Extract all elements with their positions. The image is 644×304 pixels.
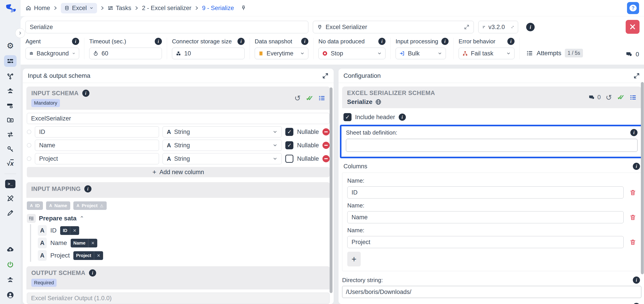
info-icon[interactable]: i (378, 38, 386, 45)
error-behavior-select[interactable]: Fail task (459, 48, 514, 59)
source-field-chip[interactable]: A ID (27, 202, 43, 210)
directory-string-input[interactable]: /Users/boris/Downloads/ (342, 286, 641, 298)
info-icon[interactable]: i (238, 38, 245, 45)
column-value-input[interactable]: ID (347, 186, 624, 198)
sidebar-item-profile[interactable] (4, 290, 16, 300)
remove-column-button[interactable] (322, 142, 330, 149)
pin-icon[interactable] (240, 5, 246, 11)
column-value-input[interactable]: Project (347, 236, 624, 248)
validate-icon[interactable]: ✓✓ (306, 95, 314, 102)
expand-panel-icon[interactable] (322, 72, 329, 79)
task-comments-button[interactable]: 0 (625, 51, 639, 59)
column-type-select[interactable]: A String (162, 126, 282, 138)
sidebar-item-power[interactable] (4, 260, 16, 270)
nullable-checkbox[interactable] (285, 155, 294, 163)
sidebar-item-deploy[interactable] (4, 244, 16, 254)
agent-select[interactable]: Background (26, 48, 79, 59)
remove-mapping-icon[interactable]: ✕ (70, 226, 79, 235)
sidebar-item-design-tools[interactable] (4, 194, 16, 204)
input-processing-select[interactable]: Bulk (396, 48, 446, 59)
sidebar-item-agents[interactable] (4, 86, 16, 96)
column-name-input[interactable]: ID (35, 126, 159, 138)
info-icon[interactable]: i (155, 38, 162, 45)
info-icon[interactable]: i (633, 163, 640, 170)
info-icon[interactable]: i (507, 38, 514, 45)
sheet-tab-definition-input[interactable] (346, 139, 638, 152)
include-header-option[interactable]: ✓ Include header i (344, 113, 640, 121)
left-panel-scrollbar[interactable] (330, 88, 332, 293)
source-field-chip[interactable]: A Name (46, 202, 70, 210)
breadcrumb-task-label[interactable]: 2 - Excel serializer (142, 5, 192, 12)
column-type-select[interactable]: A String (162, 153, 282, 164)
breadcrumb-tasks[interactable]: Tasks (108, 5, 131, 12)
row-drag-handle[interactable] (27, 156, 31, 161)
mapping-group[interactable]: Prepare sata ⌃ (27, 214, 330, 223)
row-drag-handle[interactable] (27, 143, 31, 148)
expand-panel-icon[interactable] (633, 72, 640, 79)
right-panel-scrollbar[interactable] (641, 82, 644, 274)
validate-icon[interactable]: ✓✓ (617, 94, 625, 101)
sidebar-item-tasks[interactable] (4, 55, 16, 67)
info-icon[interactable]: i (633, 276, 640, 284)
sidebar-item-settings[interactable]: ⚙ (4, 41, 16, 50)
breadcrumb-connector[interactable]: Excel (61, 3, 97, 14)
sidebar-item-functions[interactable]: √x (4, 159, 16, 168)
remove-column-button[interactable] (322, 155, 330, 162)
info-icon[interactable]: i (630, 129, 638, 136)
sidebar-item-connections[interactable] (4, 100, 16, 110)
add-new-column-button[interactable]: + Add new column (27, 167, 330, 177)
sidebar-item-transfers[interactable] (4, 130, 16, 140)
mapped-value-chip[interactable]: Name ✕ (71, 239, 97, 248)
column-value-input[interactable]: Name (347, 211, 624, 223)
undo-icon[interactable]: ↺ (606, 94, 612, 101)
sidebar-collapse-button[interactable] (15, 28, 25, 38)
timeout-input[interactable]: 60 (89, 48, 162, 59)
sidebar-item-terminal[interactable]: >_ (4, 179, 16, 189)
info-icon[interactable]: i (399, 114, 406, 121)
trash-icon[interactable] (630, 214, 636, 221)
mapped-value-chip[interactable]: ID ✕ (60, 226, 79, 235)
column-type-select[interactable]: A String (162, 140, 282, 151)
row-drag-handle[interactable] (27, 130, 31, 134)
help-button[interactable]: ? (627, 2, 639, 14)
collapse-caret-icon[interactable]: ⌃ (80, 215, 84, 222)
sidebar-item-edit[interactable] (4, 208, 16, 218)
attempts-button[interactable]: Attempts 1 / 5s (520, 47, 585, 59)
list-view-icon[interactable] (318, 95, 325, 102)
info-icon[interactable]: i (301, 38, 308, 45)
nullable-checkbox[interactable]: ✓ (285, 128, 294, 136)
sidebar-item-incognito[interactable] (4, 275, 16, 285)
trash-icon[interactable] (630, 189, 636, 196)
connector-select[interactable]: Excel Serializer (313, 21, 474, 33)
info-icon[interactable]: i (84, 185, 92, 192)
undo-icon[interactable]: ↺ (294, 94, 301, 102)
add-column-button[interactable]: + (347, 252, 361, 266)
trash-icon[interactable] (630, 238, 636, 246)
storage-input[interactable]: 10 (172, 48, 245, 59)
info-icon[interactable]: i (89, 269, 96, 276)
snapshot-select[interactable]: Everytime (255, 48, 308, 59)
nullable-checkbox[interactable]: ✓ (285, 141, 294, 149)
include-header-checkbox[interactable]: ✓ (344, 113, 352, 121)
info-icon[interactable]: i (633, 303, 640, 304)
remove-mapping-icon[interactable]: ✕ (88, 239, 97, 248)
info-icon[interactable]: i (82, 90, 90, 97)
breadcrumb-home[interactable]: Home (26, 5, 50, 12)
version-select[interactable]: v3.2.0 (478, 21, 518, 33)
info-icon[interactable]: i (526, 23, 535, 31)
task-name-input[interactable]: Serialize (26, 21, 308, 33)
source-field-chip[interactable]: A Project ⚠ (73, 202, 106, 210)
list-view-icon[interactable] (630, 94, 636, 101)
column-name-input[interactable]: Project (35, 153, 159, 164)
remove-column-button[interactable] (322, 128, 330, 136)
input-schema-name-input[interactable]: ExcelSerializer (27, 113, 330, 124)
sidebar-item-branches[interactable] (4, 72, 16, 81)
remove-mapping-icon[interactable]: ✕ (94, 251, 103, 260)
expand-icon[interactable] (511, 24, 514, 30)
section-comments-button[interactable]: 0 (588, 94, 601, 101)
close-task-button[interactable] (626, 20, 640, 34)
info-icon[interactable]: i (442, 38, 448, 45)
column-name-input[interactable]: Name (35, 140, 159, 151)
breadcrumb-step-label[interactable]: 9 - Serialize (202, 5, 234, 12)
nodata-select[interactable]: Stop (318, 48, 386, 59)
